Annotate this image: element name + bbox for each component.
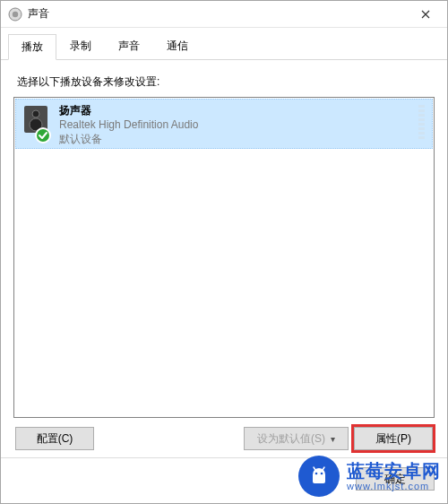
tab-content: 选择以下播放设备来修改设置: 扬声器 Realtek High: [1, 60, 447, 457]
titlebar: 声音: [1, 1, 447, 28]
instruction-text: 选择以下播放设备来修改设置:: [17, 74, 431, 90]
sound-dialog: 声音 播放 录制 声音 通信 选择以下播放设备来修改设置:: [0, 0, 448, 504]
tab-row: 播放 录制 声音 通信: [1, 28, 447, 60]
configure-button[interactable]: 配置(C): [15, 427, 94, 450]
tab-recording[interactable]: 录制: [56, 33, 105, 59]
device-text: 扬声器 Realtek High Definition Audio 默认设备: [59, 103, 198, 146]
default-check-icon: [34, 126, 52, 144]
device-driver: Realtek High Definition Audio: [59, 117, 198, 132]
properties-button[interactable]: 属性(P): [354, 427, 433, 450]
svg-point-3: [32, 110, 39, 117]
device-icon: [20, 103, 52, 143]
svg-point-1: [13, 11, 18, 16]
close-button[interactable]: [406, 1, 445, 28]
playback-device-list[interactable]: 扬声器 Realtek High Definition Audio 默认设备: [13, 97, 435, 418]
ok-button[interactable]: 确定: [356, 467, 435, 491]
tab-sounds[interactable]: 声音: [105, 33, 153, 59]
close-icon: [421, 10, 430, 19]
dialog-footer: 确定: [1, 457, 447, 503]
device-row[interactable]: 扬声器 Realtek High Definition Audio 默认设备: [15, 99, 433, 149]
set-default-button[interactable]: 设为默认值(S): [244, 427, 349, 450]
tab-playback[interactable]: 播放: [8, 34, 56, 60]
window-title: 声音: [28, 6, 406, 22]
svg-point-5: [36, 128, 50, 143]
sound-app-icon: [8, 7, 22, 22]
device-actions-row: 配置(C) 设为默认值(S) 属性(P): [13, 418, 435, 454]
device-name: 扬声器: [59, 103, 198, 117]
device-status: 默认设备: [59, 132, 198, 146]
level-meter: [418, 103, 428, 139]
tab-communications[interactable]: 通信: [153, 33, 202, 59]
